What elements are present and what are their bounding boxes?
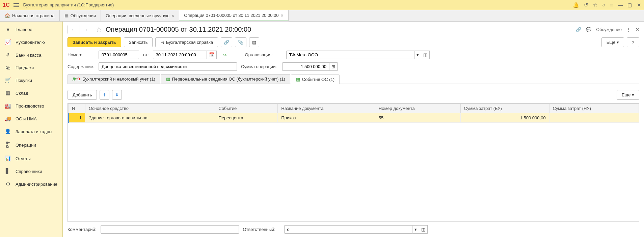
favorite-star-icon[interactable]: ☆ bbox=[96, 25, 102, 34]
relay-icon[interactable]: ↪ bbox=[223, 52, 227, 58]
sidebar-item-bank[interactable]: ₽Банк и касса bbox=[0, 49, 62, 61]
sidebar-item-purchases[interactable]: 🛒Покупки bbox=[0, 74, 62, 87]
sidebar-item-main[interactable]: ★Главное bbox=[0, 23, 62, 36]
dropdown-icon[interactable]: ▾ bbox=[412, 225, 419, 234]
sidebar-item-assets[interactable]: 🚚ОС и НМА bbox=[0, 112, 62, 125]
events-table: N Основное средство Событие Название док… bbox=[68, 103, 639, 222]
number-input[interactable] bbox=[99, 51, 139, 59]
tab-operation-detail[interactable]: Операция 0701-000005 от 30.11.2021 20:00… bbox=[179, 10, 288, 21]
inner-tab-label: События ОС (1) bbox=[302, 77, 334, 82]
cell-doc-num[interactable]: 55 bbox=[375, 113, 460, 123]
comment-input[interactable] bbox=[101, 225, 239, 234]
app-title: Бухгалтерия предприятия (1С:Предприятие) bbox=[23, 2, 114, 7]
sidebar-item-sales[interactable]: 🛍Продажи bbox=[0, 61, 62, 74]
lines-icon[interactable]: ≡ bbox=[610, 2, 613, 8]
col-doc-num[interactable]: Номер документа bbox=[375, 104, 460, 113]
help-button[interactable]: ? bbox=[627, 37, 639, 47]
move-up-button[interactable]: ⬆ bbox=[100, 90, 109, 100]
col-doc-name[interactable]: Название документа bbox=[278, 104, 375, 113]
more-button[interactable]: Еще ▾ bbox=[601, 37, 624, 47]
resp-input[interactable] bbox=[284, 225, 412, 234]
sidebar-item-reports[interactable]: 📊Отчеты bbox=[0, 152, 62, 165]
content-input[interactable] bbox=[99, 62, 237, 71]
print-label: Бухгалтерская справка bbox=[166, 40, 213, 45]
tab-discussions[interactable]: ▤ Обсуждения bbox=[60, 10, 101, 21]
hamburger-icon[interactable] bbox=[14, 2, 19, 8]
more-label: Еще bbox=[607, 40, 615, 45]
inner-tabs: ДтКт Бухгалтерский и налоговый учет (1) … bbox=[68, 74, 639, 84]
table-row[interactable]: 1 Здание торгового павильона Переоценка … bbox=[69, 113, 639, 123]
sidebar-item-warehouse[interactable]: ▦Склад bbox=[0, 87, 62, 99]
sum-input[interactable] bbox=[282, 62, 329, 71]
table-header-row: N Основное средство Событие Название док… bbox=[69, 104, 639, 113]
sidebar-item-operations[interactable]: ДтКтОперации bbox=[0, 138, 62, 152]
cell-asset[interactable]: Здание торгового павильона bbox=[85, 113, 215, 123]
tab-close-icon[interactable]: × bbox=[280, 13, 283, 18]
sidebar-item-production[interactable]: 🏭Производство bbox=[0, 99, 62, 112]
logo-1c: 1C bbox=[3, 2, 9, 8]
sidebar-label: Администрирование bbox=[16, 182, 57, 187]
cell-sum-nu[interactable] bbox=[549, 113, 639, 123]
col-event[interactable]: Событие bbox=[215, 104, 278, 113]
content-label: Содержание: bbox=[68, 64, 95, 69]
close-icon[interactable]: ✕ bbox=[637, 2, 641, 8]
inner-tab-initial-os[interactable]: ▦ Первоначальные сведения ОС (бухгалтерс… bbox=[161, 74, 290, 84]
bell-icon[interactable]: 🔔 bbox=[573, 2, 579, 8]
sidebar-item-admin[interactable]: ⚙Администрирование bbox=[0, 178, 62, 190]
col-n[interactable]: N bbox=[69, 104, 85, 113]
save-close-button[interactable]: Записать и закрыть bbox=[68, 37, 121, 47]
org-input[interactable] bbox=[286, 51, 414, 59]
dtkt-icon: ДтКт bbox=[73, 77, 80, 81]
kebab-icon[interactable]: ⋮ bbox=[626, 27, 631, 32]
save-button[interactable]: Записать bbox=[124, 37, 153, 47]
cell-sum-bu[interactable]: 1 500 000,00 bbox=[460, 113, 549, 123]
add-button[interactable]: Добавить bbox=[68, 90, 97, 100]
close-panel-icon[interactable]: ✕ bbox=[636, 27, 639, 32]
discuss-icon[interactable]: 💬 bbox=[586, 27, 591, 32]
cell-n[interactable]: 1 bbox=[69, 113, 85, 123]
date-input[interactable] bbox=[153, 51, 207, 59]
print-button[interactable]: 🖨 Бухгалтерская справка bbox=[155, 37, 218, 47]
col-sum-bu[interactable]: Сумма затрат (БУ) bbox=[460, 104, 549, 113]
col-sum-nu[interactable]: Сумма затрат (НУ) bbox=[549, 104, 639, 113]
discuss-label[interactable]: Обсуждение bbox=[596, 27, 622, 32]
circle-icon[interactable]: ○ bbox=[602, 2, 605, 8]
col-asset[interactable]: Основное средство bbox=[85, 104, 215, 113]
tab-close-icon[interactable]: × bbox=[171, 13, 174, 19]
tab-home[interactable]: 🏠 Начальная страница bbox=[0, 10, 60, 21]
calendar-icon[interactable]: 📅 bbox=[207, 51, 217, 59]
nav-forward-button[interactable]: → bbox=[80, 25, 92, 34]
sidebar-item-catalogs[interactable]: ▋Справочники bbox=[0, 165, 62, 178]
open-icon[interactable]: ◫ bbox=[419, 225, 428, 234]
inner-tab-events-os[interactable]: ▦ События ОС (1) bbox=[291, 75, 340, 84]
inner-tab-accounting[interactable]: ДтКт Бухгалтерский и налоговый учет (1) bbox=[68, 74, 160, 84]
move-down-button[interactable]: ⬇ bbox=[112, 90, 122, 100]
sidebar-label: Главное bbox=[16, 27, 32, 32]
sidebar-label: Отчеты bbox=[16, 156, 31, 161]
table-more-button[interactable]: Еще ▾ bbox=[617, 90, 639, 100]
cart-icon: 🛒 bbox=[5, 77, 11, 83]
calc-icon[interactable]: ⊞ bbox=[329, 62, 338, 71]
sidebar-label: Покупки bbox=[16, 78, 32, 83]
history-icon[interactable]: ↺ bbox=[584, 2, 588, 8]
minimize-icon[interactable]: — bbox=[618, 2, 623, 8]
sidebar-label: Продажи bbox=[16, 65, 34, 70]
maximize-icon[interactable]: ▢ bbox=[627, 2, 632, 8]
nav-back-button[interactable]: ← bbox=[68, 25, 80, 34]
book-icon: ▋ bbox=[5, 168, 11, 174]
chevron-down-icon: ▾ bbox=[617, 40, 619, 45]
link-icon[interactable]: 🔗 bbox=[576, 27, 581, 32]
open-icon[interactable]: ◫ bbox=[421, 51, 430, 59]
list-button[interactable]: ▤ bbox=[249, 37, 259, 47]
tab-operations-list[interactable]: Операции, введенные вручную × bbox=[101, 10, 179, 21]
attach-button[interactable]: 📎 bbox=[235, 37, 246, 47]
tab-label: Начальная страница bbox=[12, 13, 55, 18]
cell-event[interactable]: Переоценка bbox=[215, 113, 278, 123]
dropdown-icon[interactable]: ▾ bbox=[414, 51, 421, 59]
sidebar-item-hr[interactable]: 👤Зарплата и кадры bbox=[0, 125, 62, 138]
star-icon[interactable]: ☆ bbox=[593, 2, 597, 8]
links-button[interactable]: 🔗 bbox=[221, 37, 232, 47]
sidebar-item-manager[interactable]: 📈Руководителю bbox=[0, 36, 62, 49]
cell-doc-name[interactable]: Приказ bbox=[278, 113, 375, 123]
sidebar-label: Операции bbox=[16, 143, 36, 148]
